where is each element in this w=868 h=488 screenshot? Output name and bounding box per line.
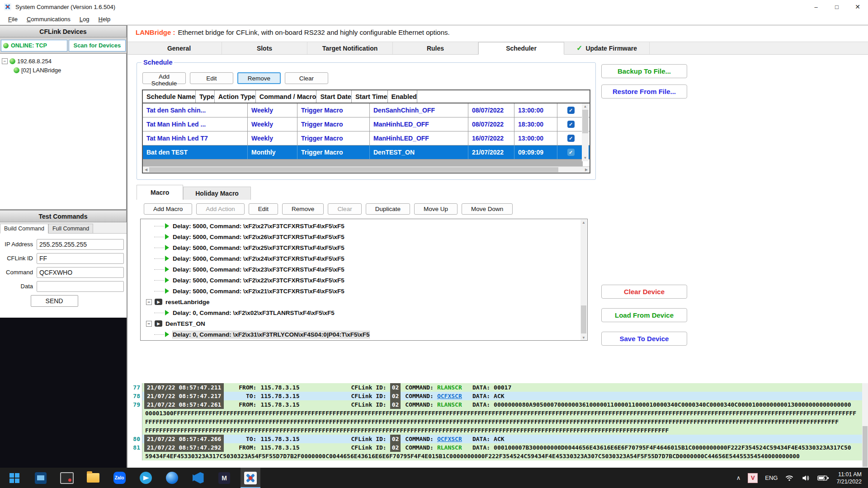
scroll-up-icon[interactable]: ▲ [580,220,587,225]
device-action-button[interactable]: Load From Device [601,308,687,322]
schedule-row[interactable]: Tat Man Hinh Led ... Weekly Trigger Macr… [143,117,590,131]
enabled-checkbox[interactable]: ✓ [567,107,575,114]
log-row[interactable]: 77 21/07/22 08:57:47.211 FROM: 115.78.3.… [127,383,868,392]
device-action-button[interactable]: Save To Device [601,332,687,346]
log-row[interactable]: 79 21/07/22 08:57:47.261 FROM: 115.78.3.… [127,400,868,409]
scroll-down-icon[interactable]: ▼ [580,335,587,341]
system-commander-taskbar-icon[interactable] [241,468,260,488]
scrollbar-thumb[interactable] [581,305,586,333]
macro-action-button[interactable]: Edit [249,203,278,215]
unikey-icon[interactable]: V [748,473,758,483]
clock[interactable]: 11:01 AM 7/21/2022 [836,471,862,485]
macro-item[interactable]: − ▶ Delay: 5000, Command: \xF2\x25\xF3TC… [141,242,587,253]
log-row[interactable]: 81 21/07/22 08:57:47.292 FROM: 115.78.3.… [127,443,868,452]
macro-tab[interactable]: Macro [137,185,183,200]
scroll-right-icon[interactable]: ▶ [583,167,590,173]
field-input[interactable] [37,281,124,292]
tab[interactable]: ✓ Target Notification [307,42,393,54]
field-input[interactable] [37,253,124,264]
collapse-icon[interactable]: − [2,58,8,64]
device-action-button[interactable]: Clear Device [601,285,687,299]
enabled-checkbox[interactable]: ✓ [567,149,575,156]
field-input[interactable] [37,239,124,250]
zalo-icon[interactable]: Zalo [109,468,129,488]
macro-item[interactable]: − ▶ Delay: 5000, Command: \xF2\x24\xF3TC… [141,253,587,264]
macro-item[interactable]: − ▶ Delay: 5000, Command: \xF2\x26\xF3TC… [141,231,587,242]
macro-item[interactable]: − ▶ Delay: 0, Command: \xF2\x02\xF3TLANR… [141,307,587,318]
tray-chevron-icon[interactable]: ∧ [736,474,741,481]
macro-action-button[interactable]: Add Action [196,203,245,215]
macro-action-button[interactable]: Add Macro [144,203,192,215]
collapse-icon[interactable]: − [146,299,152,305]
menu-item[interactable]: Help [94,14,115,24]
column-header[interactable]: Command / Macro [256,90,317,103]
macro-item[interactable]: − ▶ Delay: 5000, Command: \xF2\x23\xF3TC… [141,264,587,275]
scroll-left-icon[interactable]: ◀ [143,167,149,173]
test-commands-tab[interactable]: Full Command [48,224,93,233]
maximize-button[interactable]: □ [826,0,847,14]
horizontal-scrollbar[interactable]: ◀ ▶ [143,166,590,173]
macro-tab[interactable]: Holiday Macro [183,187,251,200]
tab[interactable]: ✓ Rules [393,42,478,54]
enabled-checkbox[interactable]: ✓ [567,121,575,128]
wifi-icon[interactable] [785,474,794,483]
enabled-checkbox[interactable]: ✓ [567,135,575,142]
tab[interactable]: ✓ Scheduler [478,42,564,55]
schedule-row[interactable]: Tat den Sanh chin... Weekly Trigger Macr… [143,103,590,117]
column-header[interactable]: Schedule Name [143,90,196,103]
volume-icon[interactable] [801,474,810,483]
communications-log[interactable]: 77 21/07/22 08:57:47.211 FROM: 115.78.3.… [127,383,868,468]
file-explorer-icon[interactable] [83,468,103,488]
menu-item[interactable]: Log [75,14,94,24]
menu-item[interactable]: Communications [22,14,75,24]
tab[interactable]: ✓ Slots [222,42,307,54]
scan-for-devices-button[interactable]: Scan for Devices [69,40,126,52]
tab[interactable]: ✓ Update Firmware [564,42,650,54]
vertical-scrollbar[interactable]: ▲ ▼ [582,103,589,161]
telegram-icon[interactable] [136,468,156,488]
macro-item[interactable]: − ▶ DenTEST_ON [141,318,587,329]
file-action-button[interactable]: Backup To File... [601,64,687,78]
log-scrollbar[interactable] [862,383,868,468]
column-header[interactable]: Enabled [388,90,417,103]
send-button[interactable]: SEND [31,295,78,307]
utility-app-icon[interactable] [57,468,77,488]
battery-icon[interactable] [817,475,829,481]
menu-item[interactable]: File [4,14,22,24]
schedule-action-button[interactable]: Edit [190,72,233,84]
schedule-action-button[interactable]: Add Schedule [142,72,186,84]
field-input[interactable] [37,267,124,278]
macro-item[interactable]: − ▶ Delay: 5000, Command: \xF2\x27\xF3TC… [141,221,587,231]
column-header[interactable]: Action Type [215,90,256,103]
macro-action-button[interactable]: Duplicate [366,203,410,215]
tab[interactable]: ✓ General [137,42,222,54]
vscode-icon[interactable] [188,468,208,488]
scrollbar-thumb[interactable] [863,426,868,467]
start-button-icon[interactable] [5,468,24,488]
column-header[interactable]: Start Time [352,90,388,103]
log-row[interactable]: 78 21/07/22 08:57:47.217 TO: 115.78.3.15… [127,392,868,400]
macro-item[interactable]: − ▶ Delay: 0, Command: \xF2\x31\xF3TRLYC… [141,329,587,340]
browser-sphere-icon[interactable] [162,468,182,488]
schedule-action-button[interactable]: Clear [285,72,328,84]
macro-action-button[interactable]: Move Up [414,203,458,215]
close-button[interactable]: ✕ [847,0,868,14]
m-app-icon[interactable]: M [214,468,234,488]
schedule-row[interactable]: Tat Man Hinh Led T7 Weekly Trigger Macro… [143,131,590,145]
macro-action-button[interactable]: Move Down [462,203,513,215]
macro-action-button[interactable]: Clear [328,203,361,215]
schedule-row[interactable]: Bat den TEST Monthly Trigger Macro DenTE… [143,145,590,160]
test-commands-tab[interactable]: Build Command [0,224,48,234]
file-action-button[interactable]: Restore From File... [601,84,687,99]
scrollbar-thumb[interactable] [149,167,558,172]
macro-action-button[interactable]: Remove [282,203,324,215]
macro-item[interactable]: − ▶ Delay: 5000, Command: \xF2\x22\xF3TC… [141,275,587,286]
collapse-icon[interactable]: − [146,321,152,327]
scroll-up-icon[interactable]: ▲ [582,103,589,110]
language-indicator[interactable]: ENG [765,474,778,481]
mail-app-icon[interactable] [31,468,51,488]
column-header[interactable]: Type [196,90,215,103]
log-row[interactable]: 80 21/07/22 08:57:47.266 TO: 115.78.3.15… [127,435,868,443]
column-header[interactable]: Start Date [316,90,352,103]
minimize-button[interactable]: – [806,0,826,14]
